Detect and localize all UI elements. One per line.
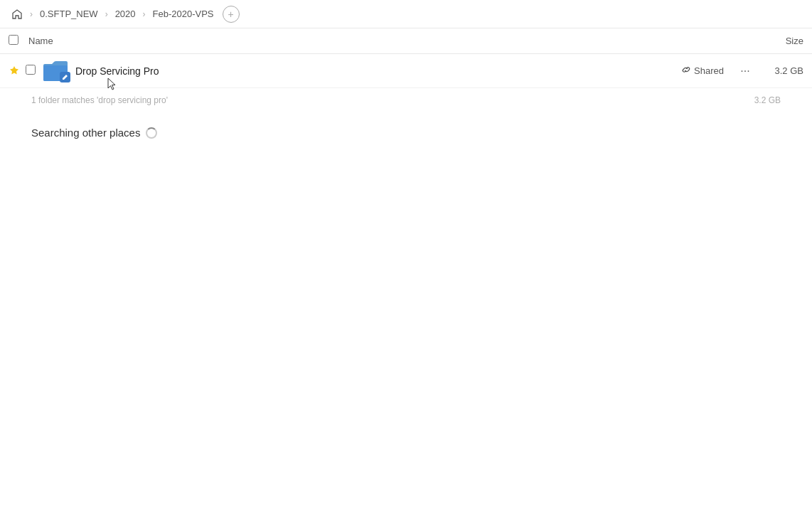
- row-select-input[interactable]: [26, 65, 36, 75]
- row-checkbox[interactable]: [26, 65, 40, 77]
- searching-section: Searching other places: [0, 112, 812, 146]
- separator-1: ›: [30, 9, 33, 19]
- separator-3: ›: [143, 9, 146, 19]
- star-icon[interactable]: [9, 65, 23, 77]
- breadcrumb-bar: › 0.SFTP_NEW › 2020 › Feb-2020-VPS +: [0, 0, 812, 28]
- file-size: 3.2 GB: [761, 65, 803, 76]
- folder-icon-wrapper: [43, 58, 68, 84]
- loading-spinner: [146, 127, 157, 139]
- matches-label: 1 folder matches 'drop servicing pro': [31, 95, 168, 105]
- breadcrumb-feb2020vps[interactable]: Feb-2020-VPS: [150, 7, 217, 21]
- select-all-checkbox[interactable]: [9, 35, 23, 47]
- home-button[interactable]: [9, 6, 26, 23]
- separator-2: ›: [105, 9, 108, 19]
- shared-badge: Shared: [681, 65, 724, 77]
- name-column-header: Name: [28, 36, 747, 46]
- select-all-input[interactable]: [9, 35, 18, 45]
- matches-size: 3.2 GB: [754, 95, 781, 105]
- shared-label: Shared: [694, 65, 724, 76]
- file-row[interactable]: Drop Servicing Pro Shared ··· 3.2 GB: [0, 54, 812, 88]
- table-header: Name Size: [0, 28, 812, 54]
- size-column-header: Size: [747, 36, 803, 46]
- searching-label: Searching other places: [31, 127, 140, 139]
- matches-info: 1 folder matches 'drop servicing pro' 3.…: [0, 88, 812, 112]
- breadcrumb-sftp[interactable]: 0.SFTP_NEW: [37, 7, 101, 21]
- more-options-button[interactable]: ···: [735, 61, 755, 81]
- add-breadcrumb-button[interactable]: +: [223, 6, 240, 23]
- link-icon: [681, 65, 691, 77]
- edit-badge-icon: [62, 73, 69, 80]
- breadcrumb-2020[interactable]: 2020: [112, 7, 139, 21]
- file-name: Drop Servicing Pro: [75, 65, 681, 77]
